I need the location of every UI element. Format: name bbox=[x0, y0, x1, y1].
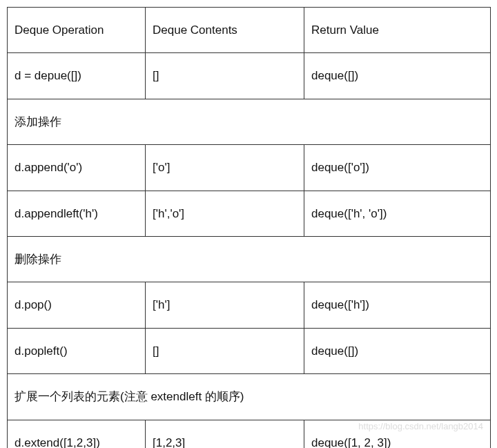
cell-contents: ['h','o'] bbox=[146, 191, 304, 236]
table-row: d.pop() ['h'] deque(['h']) bbox=[8, 282, 491, 328]
cell-contents: [] bbox=[146, 328, 304, 373]
section-row-extend: 扩展一个列表的元素(注意 extendleft 的顺序) bbox=[8, 374, 491, 420]
col-header-contents: Deque Contents bbox=[146, 8, 304, 53]
section-label: 删除操作 bbox=[8, 236, 491, 282]
table-row: d.popleft() [] deque([]) bbox=[8, 328, 491, 373]
col-header-return: Return Value bbox=[304, 8, 491, 53]
table-row: d.appendleft('h') ['h','o'] deque(['h', … bbox=[8, 191, 491, 236]
table-row: d.extend([1,2,3]) [1,2,3] deque([1, 2, 3… bbox=[8, 420, 491, 448]
cell-return: deque([]) bbox=[304, 53, 491, 99]
section-label: 扩展一个列表的元素(注意 extendleft 的顺序) bbox=[8, 374, 491, 420]
section-row-add: 添加操作 bbox=[8, 99, 491, 144]
cell-operation: d.extend([1,2,3]) bbox=[8, 420, 146, 448]
section-row-delete: 删除操作 bbox=[8, 236, 491, 282]
cell-return: deque([]) bbox=[304, 328, 491, 373]
cell-return: deque(['h', 'o']) bbox=[304, 191, 491, 236]
table-row: d.append('o') ['o'] deque(['o']) bbox=[8, 145, 491, 191]
cell-contents: ['o'] bbox=[146, 145, 304, 191]
cell-return: deque(['o']) bbox=[304, 145, 491, 191]
deque-operations-table: Deque Operation Deque Contents Return Va… bbox=[7, 7, 491, 448]
cell-operation: d.appendleft('h') bbox=[8, 191, 146, 236]
cell-operation: d = depue([]) bbox=[8, 53, 146, 99]
cell-return: deque([1, 2, 3]) bbox=[304, 420, 491, 448]
cell-operation: d.append('o') bbox=[8, 145, 146, 191]
cell-return: deque(['h']) bbox=[304, 282, 491, 328]
table-header-row: Deque Operation Deque Contents Return Va… bbox=[8, 8, 491, 53]
col-header-operation: Deque Operation bbox=[8, 8, 146, 53]
cell-contents: [1,2,3] bbox=[146, 420, 304, 448]
cell-contents: [] bbox=[146, 53, 304, 99]
cell-operation: d.popleft() bbox=[8, 328, 146, 373]
table-row: d = depue([]) [] deque([]) bbox=[8, 53, 491, 99]
cell-contents: ['h'] bbox=[146, 282, 304, 328]
cell-operation: d.pop() bbox=[8, 282, 146, 328]
section-label: 添加操作 bbox=[8, 99, 491, 144]
